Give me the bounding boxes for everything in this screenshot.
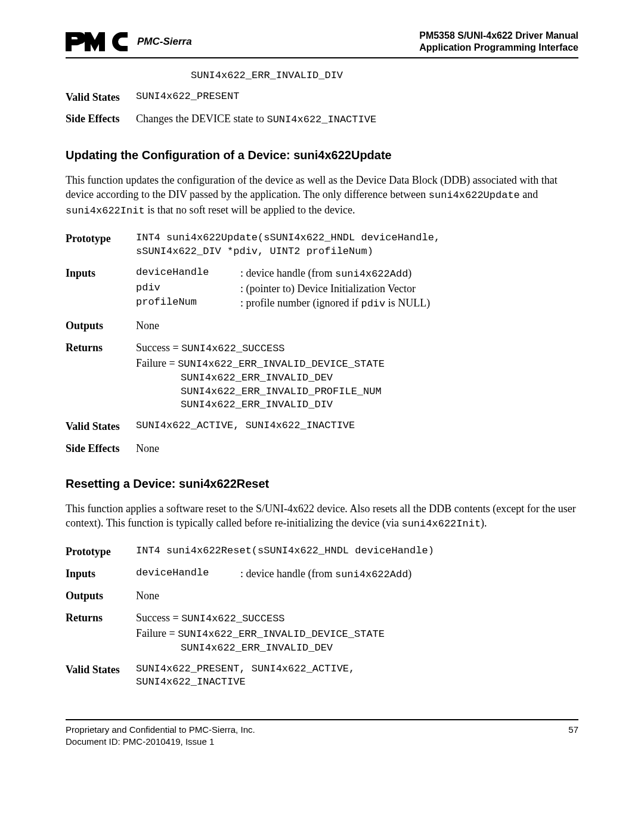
field-label: Returns <box>66 340 136 413</box>
field-label: Valid States <box>66 662 136 690</box>
field-value: deviceHandle : device handle (from suni4… <box>136 266 578 311</box>
section-heading-reset: Resetting a Device: suni4x622Reset <box>66 476 578 492</box>
return-line: SUNI4x622_ERR_INVALID_DIV <box>181 398 578 412</box>
field-label: Outputs <box>66 318 136 333</box>
code: SUNI4x622_INACTIVE <box>267 114 376 125</box>
text: Success = <box>136 342 181 354</box>
page-header: PMC-Sierra PM5358 S/UNI-4x622 Driver Man… <box>66 30 578 58</box>
field-label: Returns <box>66 611 136 655</box>
param-name: deviceHandle <box>136 566 240 582</box>
field-value: None <box>136 318 578 333</box>
code: suni4x622Add <box>335 268 408 280</box>
field-label: Side Effects <box>66 441 136 456</box>
doc-title-2: Application Programming Interface <box>419 42 578 54</box>
text: ). <box>481 517 487 529</box>
reset-outputs: Outputs None <box>66 589 578 603</box>
field-label: Inputs <box>66 266 136 311</box>
update-prototype: Prototype INT4 suni4x622Update(sSUNI4x62… <box>66 231 578 259</box>
code: suni4x622Update <box>429 190 520 201</box>
doc-title-1: PM5358 S/UNI-4x622 Driver Manual <box>419 30 578 42</box>
text: Failure = <box>136 627 178 639</box>
text: Failure = <box>136 357 178 369</box>
footer-line1: Proprietary and Confidential to PMC-Sier… <box>66 724 255 736</box>
return-line: Failure = SUNI4x622_ERR_INVALID_DEVICE_S… <box>136 626 578 642</box>
update-valid-states: Valid States SUNI4x622_ACTIVE, SUNI4x622… <box>66 419 578 433</box>
param-name: pdiv <box>136 281 240 296</box>
text: is that no soft reset will be applied to… <box>145 204 355 216</box>
field-value: INT4 suni4x622Reset(sSUNI4x622_HNDL devi… <box>136 544 578 559</box>
code: SUNI4x622_ERR_INVALID_DEVICE_STATE <box>178 358 385 370</box>
top-valid-states: Valid States SUNI4x622_PRESENT <box>66 90 578 104</box>
field-value: Success = SUNI4x622_SUCCESS Failure = SU… <box>136 340 578 413</box>
text: is NULL) <box>385 297 430 309</box>
overflow-error-code: SUNI4x622_ERR_INVALID_DIV <box>191 69 578 83</box>
vs-line: SUNI4x622_INACTIVE <box>136 676 578 689</box>
field-label: Inputs <box>66 566 136 582</box>
input-row: pdiv : (pointer to) Device Initializatio… <box>136 281 578 296</box>
field-value: Changes the DEVICE state to SUNI4x622_IN… <box>136 112 578 127</box>
reset-description: This function applies a software reset t… <box>66 501 578 531</box>
code: SUNI4x622_SUCCESS <box>181 343 284 354</box>
text: This function applies a software reset t… <box>66 503 576 529</box>
header-right: PM5358 S/UNI-4x622 Driver Manual Applica… <box>419 30 578 54</box>
code: SUNI4x622_ERR_INVALID_DEVICE_STATE <box>178 628 385 640</box>
return-line: SUNI4x622_ERR_INVALID_DEV <box>181 371 578 385</box>
field-value: SUNI4x622_ACTIVE, SUNI4x622_INACTIVE <box>136 419 578 433</box>
text: Changes the DEVICE state to <box>136 113 267 125</box>
vs-line: SUNI4x622_PRESENT, SUNI4x622_ACTIVE, <box>136 662 578 676</box>
return-line: Failure = SUNI4x622_ERR_INVALID_DEVICE_S… <box>136 356 578 371</box>
field-value: Success = SUNI4x622_SUCCESS Failure = SU… <box>136 611 578 655</box>
section-heading-update: Updating the Configuration of a Device: … <box>66 147 578 163</box>
field-value: INT4 suni4x622Update(sSUNI4x622_HNDL dev… <box>136 231 578 259</box>
field-label: Prototype <box>66 231 136 259</box>
code: SUNI4x622_SUCCESS <box>181 613 284 624</box>
param-desc: : device handle (from suni4x622Add) <box>240 566 578 582</box>
field-value: deviceHandle : device handle (from suni4… <box>136 566 578 582</box>
update-description: This function updates the configuration … <box>66 173 578 218</box>
return-line: Success = SUNI4x622_SUCCESS <box>136 611 578 626</box>
text: : profile number (ignored if <box>240 297 361 309</box>
field-value: SUNI4x622_PRESENT, SUNI4x622_ACTIVE, SUN… <box>136 662 578 690</box>
field-label: Outputs <box>66 589 136 603</box>
footer-left: Proprietary and Confidential to PMC-Sier… <box>66 724 255 747</box>
field-value: None <box>136 441 578 456</box>
text: ) <box>408 267 411 279</box>
brand-name: PMC-Sierra <box>137 35 192 49</box>
svg-rect-4 <box>107 32 110 51</box>
input-row: profileNum : profile number (ignored if … <box>136 296 578 311</box>
footer-line2: Document ID: PMC-2010419, Issue 1 <box>66 736 255 748</box>
update-side-effects: Side Effects None <box>66 441 578 456</box>
code: pdiv <box>361 298 385 309</box>
top-side-effects: Side Effects Changes the DEVICE state to… <box>66 112 578 127</box>
text: ) <box>408 568 411 580</box>
reset-inputs: Inputs deviceHandle : device handle (fro… <box>66 566 578 582</box>
update-returns: Returns Success = SUNI4x622_SUCCESS Fail… <box>66 340 578 413</box>
field-value: None <box>136 589 578 603</box>
field-label: Valid States <box>66 90 136 104</box>
page-number: 57 <box>568 724 578 747</box>
proto-line: sSUNI4x622_DIV *pdiv, UINT2 profileNum) <box>136 245 578 259</box>
param-desc: : (pointer to) Device Initialization Vec… <box>240 281 578 296</box>
text: and <box>520 188 538 200</box>
reset-prototype: Prototype INT4 suni4x622Reset(sSUNI4x622… <box>66 544 578 559</box>
update-outputs: Outputs None <box>66 318 578 333</box>
update-inputs: Inputs deviceHandle : device handle (fro… <box>66 266 578 311</box>
field-label: Valid States <box>66 419 136 433</box>
reset-valid-states: Valid States SUNI4x622_PRESENT, SUNI4x62… <box>66 662 578 690</box>
text: Success = <box>136 612 181 624</box>
proto-line: INT4 suni4x622Update(sSUNI4x622_HNDL dev… <box>136 231 578 245</box>
param-desc: : device handle (from suni4x622Add) <box>240 266 578 281</box>
code: suni4x622Add <box>335 569 408 580</box>
return-line: SUNI4x622_ERR_INVALID_PROFILE_NUM <box>181 385 578 399</box>
return-line: Success = SUNI4x622_SUCCESS <box>136 340 578 356</box>
text: : device handle (from <box>240 267 335 279</box>
code: suni4x622Init <box>66 205 145 216</box>
reset-returns: Returns Success = SUNI4x622_SUCCESS Fail… <box>66 611 578 655</box>
input-row: deviceHandle : device handle (from suni4… <box>136 566 578 582</box>
page-footer: Proprietary and Confidential to PMC-Sier… <box>66 719 578 747</box>
field-label: Prototype <box>66 544 136 559</box>
header-left: PMC-Sierra <box>66 30 192 54</box>
code: suni4x622Init <box>401 518 481 529</box>
text: : device handle (from <box>240 568 335 580</box>
field-value: SUNI4x622_PRESENT <box>136 90 578 104</box>
